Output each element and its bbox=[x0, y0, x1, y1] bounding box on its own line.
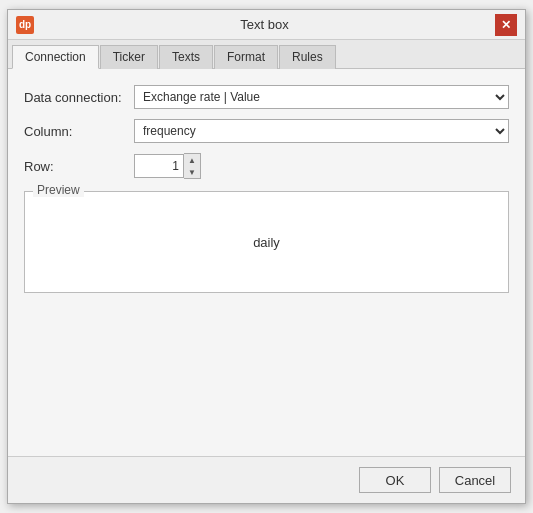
dialog-title: Text box bbox=[34, 17, 495, 32]
column-row: Column: frequency bbox=[24, 119, 509, 143]
row-label: Row: bbox=[24, 159, 134, 174]
column-control: frequency bbox=[134, 119, 509, 143]
tab-rules[interactable]: Rules bbox=[279, 45, 336, 69]
close-button[interactable]: ✕ bbox=[495, 14, 517, 36]
ok-button[interactable]: OK bbox=[359, 467, 431, 493]
cancel-button[interactable]: Cancel bbox=[439, 467, 511, 493]
tab-ticker[interactable]: Ticker bbox=[100, 45, 158, 69]
data-connection-row: Data connection: Exchange rate | Value bbox=[24, 85, 509, 109]
data-connection-control: Exchange rate | Value bbox=[134, 85, 509, 109]
content-area: Data connection: Exchange rate | Value C… bbox=[8, 69, 525, 456]
column-label: Column: bbox=[24, 124, 134, 139]
row-increment-button[interactable]: ▲ bbox=[184, 154, 200, 166]
row-input-wrap: ▲ ▼ bbox=[134, 153, 509, 179]
row-input[interactable] bbox=[134, 154, 184, 178]
tab-texts[interactable]: Texts bbox=[159, 45, 213, 69]
title-bar: dp Text box ✕ bbox=[8, 10, 525, 40]
data-connection-select[interactable]: Exchange rate | Value bbox=[134, 85, 509, 109]
dialog-footer: OK Cancel bbox=[8, 456, 525, 503]
tab-connection[interactable]: Connection bbox=[12, 45, 99, 69]
data-connection-label: Data connection: bbox=[24, 90, 134, 105]
row-row: Row: ▲ ▼ bbox=[24, 153, 509, 179]
dialog: dp Text box ✕ Connection Ticker Texts Fo… bbox=[7, 9, 526, 504]
preview-value: daily bbox=[253, 235, 280, 250]
app-logo: dp bbox=[16, 16, 34, 34]
preview-label: Preview bbox=[33, 183, 84, 197]
preview-content: daily bbox=[25, 192, 508, 292]
preview-box: Preview daily bbox=[24, 191, 509, 293]
preview-section: Preview daily bbox=[24, 191, 509, 293]
column-select[interactable]: frequency bbox=[134, 119, 509, 143]
row-control: ▲ ▼ bbox=[134, 153, 509, 179]
row-spinner: ▲ ▼ bbox=[184, 153, 201, 179]
tab-bar: Connection Ticker Texts Format Rules bbox=[8, 40, 525, 69]
row-decrement-button[interactable]: ▼ bbox=[184, 166, 200, 178]
tab-format[interactable]: Format bbox=[214, 45, 278, 69]
